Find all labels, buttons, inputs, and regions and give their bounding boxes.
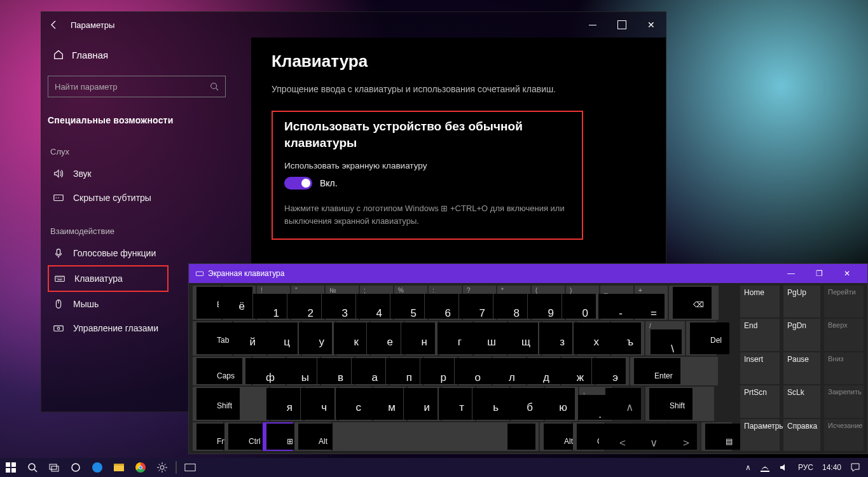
sidebar-item-captions[interactable]: Скрытые субтитры	[48, 186, 169, 210]
key-закрепить[interactable]: Закрепить	[824, 385, 864, 417]
osk-close[interactable]: ✕	[833, 269, 861, 278]
key-у[interactable]: у	[302, 321, 335, 356]
key-э[interactable]: э	[596, 357, 629, 385]
key-Enter[interactable]: Enter	[630, 357, 718, 385]
sidebar-item-keyboard[interactable]: Клавиатура	[48, 265, 169, 292]
network-icon[interactable]	[760, 462, 770, 473]
key-з[interactable]: з	[542, 321, 575, 356]
key-н[interactable]: н	[405, 321, 438, 356]
key-8[interactable]: *8	[497, 286, 530, 320]
key-ё[interactable]: ё	[223, 286, 256, 320]
search-taskbar[interactable]	[22, 458, 43, 477]
key-insert[interactable]: Insert	[740, 352, 780, 384]
key-Caps[interactable]: Caps	[193, 357, 251, 385]
sidebar-item-sound[interactable]: Звук	[48, 162, 169, 186]
key-pgdn[interactable]: PgDn	[783, 319, 820, 350]
key-home[interactable]: Home	[740, 286, 780, 317]
key-т[interactable]: т	[442, 387, 475, 421]
key-щ[interactable]: щ	[508, 321, 541, 356]
key-к[interactable]: к	[336, 321, 369, 356]
osk-minimize[interactable]: ―	[777, 269, 805, 278]
key-в[interactable]: в	[321, 357, 354, 385]
notifications-icon[interactable]	[850, 462, 860, 473]
explorer-icon[interactable]	[108, 458, 130, 477]
osk-maximize[interactable]: ❐	[805, 269, 833, 278]
key-я[interactable]: я	[270, 387, 303, 421]
key-справка[interactable]: Справка	[783, 419, 820, 451]
sidebar-item-eye[interactable]: Управление глазами	[48, 316, 169, 340]
key-4[interactable]: ;4	[360, 286, 393, 320]
key-параметры[interactable]: Параметры	[740, 419, 780, 451]
key-перейти[interactable]: Перейти	[824, 286, 864, 317]
key-7[interactable]: ?7	[463, 286, 496, 320]
key-∧[interactable]: ∧	[614, 387, 644, 421]
key-pause[interactable]: Pause	[783, 352, 820, 384]
key-о[interactable]: о	[458, 357, 492, 385]
minimize-button[interactable]	[578, 12, 607, 38]
search-input[interactable]: Найти параметр	[48, 76, 226, 97]
key-Ctrl[interactable]: Ctrl	[224, 422, 261, 451]
key-6[interactable]: :6	[429, 286, 462, 320]
key-ч[interactable]: ч	[305, 387, 338, 421]
key-Alt[interactable]: Alt	[540, 422, 572, 451]
key-prtscn[interactable]: PrtScn	[740, 385, 780, 417]
key-и[interactable]: и	[408, 387, 441, 421]
key-2[interactable]: "2	[291, 286, 324, 320]
close-button[interactable]: ✕	[637, 12, 666, 38]
key--[interactable]: _-	[600, 286, 633, 320]
key-й[interactable]: й	[233, 321, 266, 356]
cortana-icon[interactable]	[65, 458, 86, 477]
key-end[interactable]: End	[740, 319, 780, 350]
volume-icon[interactable]	[779, 462, 789, 473]
maximize-button[interactable]	[607, 12, 637, 38]
key-3[interactable]: №3	[326, 286, 359, 320]
key-вверх[interactable]: Вверх	[824, 319, 864, 350]
key-р[interactable]: р	[424, 357, 457, 385]
sidebar-home[interactable]: Главная	[48, 43, 251, 67]
key->[interactable]: >	[670, 422, 700, 451]
key-д[interactable]: д	[527, 357, 560, 385]
key-▤[interactable]: ▤	[701, 422, 732, 451]
taskview-icon[interactable]	[43, 458, 65, 477]
key-1[interactable]: !1	[257, 286, 290, 320]
key-⊞[interactable]: ⊞	[263, 422, 293, 451]
osk-taskbar-icon[interactable]	[179, 458, 201, 477]
sidebar-item-mouse[interactable]: Мышь	[48, 292, 169, 316]
key-ы[interactable]: ы	[287, 357, 320, 385]
tray-chevron-icon[interactable]: ∧	[745, 463, 751, 472]
key-исчезание[interactable]: Исчезание	[824, 419, 864, 451]
chrome-icon[interactable]	[130, 458, 151, 477]
back-button[interactable]	[41, 12, 67, 38]
key-вниз[interactable]: Вниз	[824, 352, 864, 384]
key-0[interactable]: )0	[566, 286, 599, 320]
key-ь[interactable]: ь	[476, 387, 509, 421]
key-Del[interactable]: Del	[686, 321, 717, 356]
key-Shift[interactable]: Shift	[645, 387, 714, 421]
edge-icon[interactable]	[86, 458, 108, 477]
key-ж[interactable]: ж	[561, 357, 595, 385]
language-indicator[interactable]: РУС	[798, 463, 813, 472]
key-ц[interactable]: ц	[268, 321, 301, 356]
key-п[interactable]: п	[390, 357, 423, 385]
key-л[interactable]: л	[493, 357, 526, 385]
osk-toggle[interactable]	[284, 177, 312, 190]
key-с[interactable]: с	[339, 387, 372, 421]
key-ю[interactable]: ю	[545, 387, 578, 421]
key-\[interactable]: /\	[645, 321, 685, 356]
key-⌫[interactable]: ⌫	[669, 286, 719, 320]
key-е[interactable]: е	[371, 321, 404, 356]
key-Esc[interactable]: Esc	[193, 286, 221, 320]
key-х[interactable]: х	[577, 321, 610, 356]
key-pgup[interactable]: PgUp	[783, 286, 820, 317]
key-9[interactable]: (9	[532, 286, 565, 320]
settings-taskbar-icon[interactable]	[151, 458, 173, 477]
key-м[interactable]: м	[373, 387, 406, 421]
key-sclk[interactable]: ScLk	[783, 385, 820, 417]
key-space[interactable]	[333, 422, 539, 451]
sidebar-item-speech[interactable]: Голосовые функции	[48, 241, 169, 265]
key-а[interactable]: а	[355, 357, 389, 385]
key-5[interactable]: %5	[394, 286, 427, 320]
clock[interactable]: 14:40	[822, 463, 841, 472]
key-=[interactable]: +=	[635, 286, 668, 320]
key-Alt[interactable]: Alt	[294, 422, 331, 451]
